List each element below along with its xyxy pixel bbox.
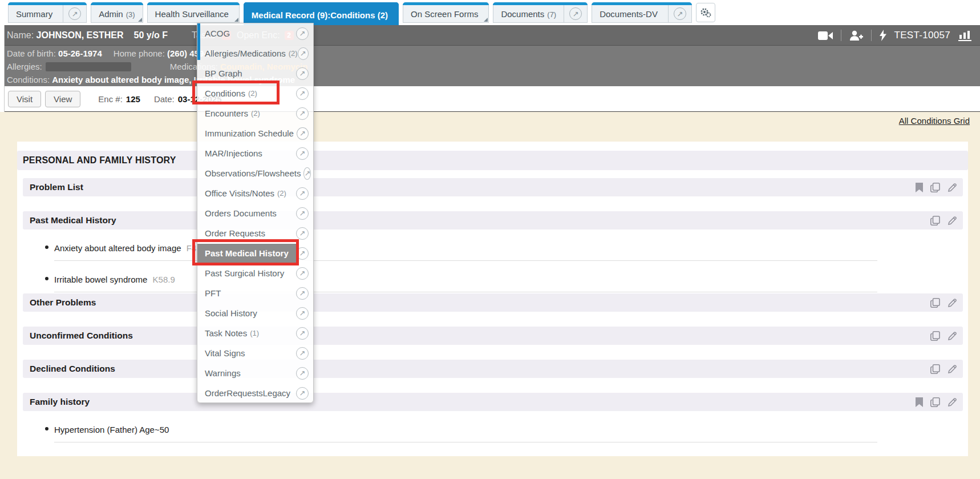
menu-item[interactable]: Warnings ↗ bbox=[197, 363, 313, 383]
section-items: Hypertension (Father) Age~50 bbox=[23, 411, 963, 442]
tab[interactable]: Health Surveillance bbox=[147, 2, 240, 23]
tab[interactable]: Summary ↗ bbox=[8, 2, 87, 23]
open-in-window-icon[interactable]: ↗ bbox=[296, 247, 309, 260]
copy-icon[interactable] bbox=[930, 397, 940, 407]
add-person-icon[interactable] bbox=[849, 30, 863, 41]
tab-external-segment[interactable]: ↗ bbox=[63, 2, 86, 22]
bookmark-icon[interactable] bbox=[916, 397, 923, 407]
copy-icon[interactable] bbox=[930, 183, 940, 192]
history-section: Declined Conditions bbox=[23, 360, 963, 378]
section-list: Problem List bbox=[17, 178, 968, 442]
open-in-window-icon[interactable]: ↗ bbox=[296, 207, 309, 220]
settings-button[interactable] bbox=[696, 3, 715, 22]
tab[interactable]: Documents-DV ↗ bbox=[592, 2, 692, 23]
external-link-icon[interactable]: ↗ bbox=[68, 7, 81, 20]
menu-item-label: Order Requests bbox=[205, 228, 265, 238]
pencil-icon[interactable] bbox=[947, 216, 957, 226]
menu-item[interactable]: Past Surgical History ↗ bbox=[197, 263, 313, 283]
copy-icon[interactable] bbox=[930, 364, 940, 374]
menu-item[interactable]: MAR/Injections ↗ bbox=[197, 143, 313, 163]
tab[interactable]: Medical Record (9):Conditions (2) bbox=[244, 2, 399, 25]
tab[interactable]: On Screen Forms bbox=[403, 2, 489, 23]
pencil-icon[interactable] bbox=[947, 364, 957, 374]
lightning-bolt-icon[interactable] bbox=[880, 30, 886, 41]
tab-label-wrap: Medical Record (9):Conditions (2) bbox=[244, 2, 398, 25]
open-in-window-icon[interactable]: ↗ bbox=[296, 187, 309, 200]
open-in-window-icon[interactable]: ↗ bbox=[296, 327, 309, 340]
external-link-icon[interactable]: ↗ bbox=[569, 7, 582, 20]
menu-item[interactable]: Social History ↗ bbox=[197, 303, 313, 323]
open-in-window-icon[interactable]: ↗ bbox=[296, 387, 309, 400]
tab[interactable]: Admin (3) bbox=[91, 2, 143, 23]
bookmark-icon[interactable] bbox=[916, 183, 923, 192]
open-in-window-icon[interactable]: ↗ bbox=[298, 47, 309, 60]
tab-label: Summary bbox=[16, 9, 52, 19]
header-actions: TEST-10057 bbox=[818, 25, 972, 46]
bullet-icon bbox=[45, 277, 48, 280]
menu-item[interactable]: Immunization Schedule ↗ bbox=[197, 123, 313, 143]
menu-item-label: Immunization Schedule bbox=[205, 128, 294, 138]
history-section: Problem List bbox=[23, 178, 963, 196]
open-in-window-icon[interactable]: ↗ bbox=[296, 347, 309, 360]
enc-label: Enc #: bbox=[98, 94, 123, 104]
pencil-icon[interactable] bbox=[947, 331, 957, 341]
menu-item[interactable]: OrderRequestsLegacy ↗ bbox=[197, 383, 313, 403]
copy-icon[interactable] bbox=[930, 216, 940, 226]
visit-button[interactable]: Visit bbox=[8, 91, 41, 107]
copy-icon[interactable] bbox=[930, 298, 940, 308]
open-in-window-icon[interactable]: ↗ bbox=[296, 147, 309, 160]
tab[interactable]: Documents (7) ↗ bbox=[493, 2, 588, 23]
menu-item[interactable]: Observations/Flowsheets ↗ bbox=[197, 163, 313, 183]
menu-item-label-wrap: Warnings bbox=[197, 363, 296, 383]
open-in-window-icon[interactable]: ↗ bbox=[303, 167, 311, 180]
section-title: Declined Conditions bbox=[30, 364, 930, 374]
tab-label-wrap: Documents-DV bbox=[592, 2, 668, 22]
condition-item[interactable]: Irritable bowel syndrome K58.9 bbox=[54, 261, 877, 292]
external-link-icon[interactable]: ↗ bbox=[674, 7, 686, 20]
menu-item-label: Vital Signs bbox=[205, 348, 245, 358]
menu-item[interactable]: Orders Documents ↗ bbox=[197, 203, 313, 223]
open-in-window-icon[interactable]: ↗ bbox=[296, 367, 309, 380]
active-tab-accent-strip bbox=[197, 23, 200, 60]
tab-external-segment[interactable]: ↗ bbox=[564, 2, 587, 22]
open-in-window-icon[interactable]: ↗ bbox=[296, 287, 309, 300]
menu-item[interactable]: BP Graph ↗ bbox=[197, 63, 313, 83]
tab-external-segment[interactable]: ↗ bbox=[668, 2, 691, 22]
section-title: Other Problems bbox=[30, 297, 930, 308]
menu-item-label-wrap: OrderRequestsLegacy bbox=[197, 383, 296, 403]
copy-icon[interactable] bbox=[930, 331, 940, 341]
menu-item-label: Allergies/Medications bbox=[205, 49, 286, 58]
open-in-window-icon[interactable]: ↗ bbox=[296, 87, 309, 100]
all-conditions-grid-link[interactable]: All Conditions Grid bbox=[899, 116, 970, 126]
history-card: PERSONAL AND FAMILY HISTORY Problem List bbox=[17, 142, 968, 456]
menu-item[interactable]: Vital Signs ↗ bbox=[197, 343, 313, 363]
open-in-window-icon[interactable]: ↗ bbox=[296, 107, 309, 120]
menu-item[interactable]: ACOG ↗ bbox=[197, 23, 313, 43]
menu-item[interactable]: Allergies/Medications (2) ↗ bbox=[197, 43, 313, 63]
menu-item-label-wrap: Allergies/Medications (2) bbox=[197, 43, 298, 63]
condition-item[interactable]: Anxiety about altered body image F41.8 bbox=[54, 230, 877, 261]
menu-item[interactable]: Encounters (2) ↗ bbox=[197, 103, 313, 123]
menu-item[interactable]: PFT ↗ bbox=[197, 283, 313, 303]
pencil-icon[interactable] bbox=[947, 397, 957, 407]
pencil-icon[interactable] bbox=[947, 183, 957, 192]
open-in-window-icon[interactable]: ↗ bbox=[296, 227, 309, 240]
open-in-window-icon[interactable]: ↗ bbox=[296, 27, 309, 40]
menu-item[interactable]: Order Requests ↗ bbox=[197, 223, 313, 243]
open-in-window-icon[interactable]: ↗ bbox=[296, 307, 309, 320]
menu-item[interactable]: Conditions (2) ↗ bbox=[197, 83, 313, 103]
section-actions bbox=[930, 298, 957, 308]
video-camera-icon[interactable] bbox=[818, 31, 833, 41]
open-in-window-icon[interactable]: ↗ bbox=[296, 67, 309, 80]
menu-item[interactable]: Task Notes (1) ↗ bbox=[197, 323, 313, 343]
tab-label: Health Surveillance bbox=[155, 9, 229, 19]
content-area: All Conditions Grid PERSONAL AND FAMILY … bbox=[0, 112, 980, 479]
open-in-window-icon[interactable]: ↗ bbox=[296, 267, 309, 280]
bar-chart-icon[interactable] bbox=[958, 30, 972, 41]
menu-item[interactable]: Past Medical History ↗ bbox=[197, 243, 313, 263]
menu-item[interactable]: Office Visits/Notes (2) ↗ bbox=[197, 183, 313, 203]
pencil-icon[interactable] bbox=[947, 298, 957, 308]
condition-item[interactable]: Hypertension (Father) Age~50 bbox=[54, 411, 877, 442]
open-in-window-icon[interactable]: ↗ bbox=[297, 127, 309, 140]
view-button[interactable]: View bbox=[45, 91, 80, 107]
